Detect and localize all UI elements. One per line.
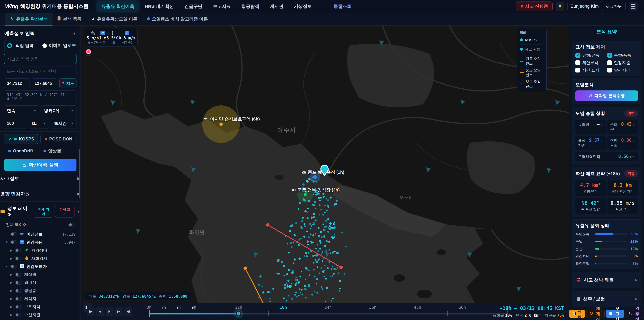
tab-유출유 확산분석[interactable]: 유출유 확산분석 bbox=[5, 13, 52, 25]
model-button-POSEIDON[interactable]: POSEIDON bbox=[40, 134, 76, 144]
tab-유출유확산모델 이론[interactable]: 유출유확산모델 이론 bbox=[86, 13, 142, 25]
caret-open-icon[interactable]: ▼ bbox=[5, 241, 8, 244]
layer-toggle[interactable] bbox=[15, 256, 22, 260]
layer-toggle[interactable] bbox=[15, 305, 22, 309]
layer-toggle[interactable] bbox=[15, 289, 22, 293]
caret-closed-icon[interactable]: ▶ bbox=[10, 305, 13, 308]
fast-forward-button[interactable] bbox=[115, 307, 123, 316]
vessel-spec-section[interactable]: 사고 선박 제원 ▶ bbox=[572, 272, 641, 288]
fence-deploy-marker-icon bbox=[162, 306, 166, 311]
weather-label: 풍속 (N) bbox=[88, 41, 98, 44]
checkbox-유향/유속[interactable]: ✓유향/유속 bbox=[576, 53, 606, 58]
weather-label: 해류 (N) bbox=[122, 41, 132, 44]
radio-직접 입력[interactable]: 직접 입력 bbox=[4, 40, 36, 51]
checkbox-날짜시간[interactable]: 날짜시간 bbox=[607, 68, 638, 73]
layer-toggle[interactable] bbox=[15, 273, 22, 276]
checkbox-시간 표시[interactable]: 시간 표시 bbox=[576, 68, 606, 73]
stat-풍화량: 풍화량0.43kl bbox=[608, 120, 638, 134]
checkbox-icon: ✓ bbox=[607, 53, 612, 58]
model-button-OpenDrift[interactable]: OpenDrift bbox=[4, 146, 37, 156]
layer-toggle[interactable] bbox=[15, 281, 22, 284]
checkbox-해안부착[interactable]: 해안부착 bbox=[576, 60, 606, 66]
step-back-button[interactable] bbox=[96, 307, 104, 316]
layer-row-사회경제: ▶$사회경제 bbox=[4, 254, 76, 262]
layer-toggle[interactable] bbox=[15, 313, 22, 317]
sidebar-scrollbar[interactable] bbox=[79, 26, 80, 320]
section-영향 민감자원[interactable]: 영향 민감자원▶ bbox=[0, 186, 81, 201]
caret-closed-icon[interactable]: ▶ bbox=[10, 273, 13, 276]
nav-item-게시판[interactable]: 게시판 bbox=[266, 1, 288, 12]
nav-item-유출유 확산예측[interactable]: 유출유 확산예측 bbox=[97, 1, 138, 12]
latitude-input[interactable] bbox=[4, 78, 30, 88]
recenter-target-button[interactable] bbox=[85, 48, 92, 56]
layers-all-off-button[interactable]: 전체 끄기 bbox=[55, 206, 74, 217]
tab-오일펜스 배치 알고리즘 이론[interactable]: 오일펜스 배치 알고리즘 이론 bbox=[142, 13, 213, 25]
incident-list-select[interactable] bbox=[4, 66, 76, 76]
checkbox-민감자원[interactable]: 민감자원 bbox=[607, 60, 638, 66]
oil-type-select[interactable]: 벙커C유▼ bbox=[41, 105, 76, 116]
layer-toggle[interactable] bbox=[15, 248, 22, 252]
play-button[interactable] bbox=[106, 307, 114, 316]
logout-button[interactable]: 로그아웃 bbox=[602, 2, 626, 11]
layer-row-보호지역: ▶보호지역 bbox=[4, 303, 76, 311]
bar-해안도달: 해안도달3% bbox=[576, 261, 638, 266]
caret-closed-icon[interactable]: ▶ bbox=[10, 281, 13, 284]
clipboard-icon bbox=[57, 16, 61, 22]
nav-item-기상정보[interactable]: 기상정보 bbox=[290, 1, 316, 12]
caret-open-icon[interactable]: ▼ bbox=[5, 265, 8, 268]
tab-분석 목록[interactable]: 분석 목록 bbox=[52, 13, 86, 25]
incident-status-badge[interactable]: 사고 진행중 bbox=[516, 2, 552, 11]
master-layer-toggle[interactable] bbox=[68, 223, 76, 227]
model-button-KOSPS[interactable]: ✓KOSPS bbox=[4, 134, 38, 144]
amount-input[interactable] bbox=[4, 118, 27, 129]
run-prediction-button[interactable]: 확산예측 실행 bbox=[4, 159, 76, 171]
spill-type-select[interactable]: 연속▼ bbox=[4, 105, 39, 116]
nav-item-항공탐색[interactable]: 항공탐색 bbox=[237, 1, 264, 12]
재계산-button[interactable]: 재계산 bbox=[586, 309, 605, 318]
radio-이미지 업로드[interactable]: 이미지 업로드 bbox=[42, 43, 76, 49]
보고서-button[interactable]: 보고서 bbox=[606, 309, 624, 318]
역추적-button[interactable]: 역추적 bbox=[626, 309, 644, 318]
fence-deploy-marker-icon bbox=[178, 306, 180, 311]
nav-item-HNS·대기확산[interactable]: HNS·대기확산 bbox=[141, 1, 178, 12]
caret-closed-icon[interactable]: ▶ bbox=[10, 249, 13, 252]
layer-toggle[interactable] bbox=[10, 240, 18, 244]
저장-button[interactable]: 저장 bbox=[569, 309, 585, 318]
menu-button[interactable] bbox=[628, 2, 638, 11]
caret-closed-icon[interactable]: ▶ bbox=[10, 297, 13, 300]
layer-toggle[interactable] bbox=[10, 232, 18, 236]
nav-item-보고자료[interactable]: 보고자료 bbox=[209, 1, 235, 12]
polygon-analysis-button[interactable]: 다각형 분석수행 bbox=[576, 91, 638, 101]
checkbox-풍향/풍속[interactable]: ✓풍향/풍속 bbox=[607, 53, 638, 58]
incident-pin[interactable] bbox=[320, 165, 329, 177]
polygon-ruler-icon bbox=[588, 94, 592, 98]
bar-label: 증발 bbox=[576, 239, 593, 244]
map-canvas[interactable]: 여수시화양면우두리여자만 습지보호구역 (6h)종포 해수욕장 (1h)국동 전… bbox=[81, 26, 569, 303]
caret-closed-icon[interactable]: ▶ bbox=[10, 257, 13, 260]
layer-toggle[interactable] bbox=[15, 297, 22, 301]
skip-start-button[interactable] bbox=[87, 307, 95, 316]
caret-closed-icon[interactable]: ▶ bbox=[10, 313, 13, 317]
header-divider bbox=[567, 3, 568, 10]
nav-item-긴급구난[interactable]: 긴급구난 bbox=[180, 1, 206, 12]
map-pick-button[interactable]: 지도 bbox=[59, 78, 76, 88]
nav-item-통합조회[interactable]: 통합조회 bbox=[330, 1, 356, 12]
owner-insurance-section[interactable]: 선주 / 보험 ▶ bbox=[572, 291, 641, 307]
longitude-input[interactable] bbox=[32, 78, 57, 88]
layers-all-on-button[interactable]: 전체 켜기 bbox=[34, 206, 53, 217]
layer-toggle[interactable] bbox=[10, 265, 18, 268]
caret-closed-icon[interactable]: ▶ bbox=[10, 289, 13, 292]
bar-label: 수면잔류 bbox=[576, 232, 593, 236]
duration-select[interactable]: 48시간▼ bbox=[51, 118, 76, 129]
weather-value: 0.3 m/s bbox=[118, 36, 136, 41]
model-button-앙상블[interactable]: 앙상블 bbox=[39, 146, 66, 156]
collapse-caret-icon[interactable]: ▼ bbox=[72, 31, 76, 36]
model-label: OpenDrift bbox=[13, 148, 33, 154]
notifications-button[interactable] bbox=[556, 2, 564, 11]
radio-circle-icon bbox=[42, 44, 47, 48]
unit-select[interactable]: kL▼ bbox=[29, 118, 49, 129]
section-사고정보[interactable]: 사고정보▶ bbox=[0, 171, 81, 186]
tile-확산 속도: 0.35 m/s확산 속도 bbox=[608, 198, 638, 214]
incident-name-input[interactable] bbox=[4, 54, 76, 64]
skip-end-button[interactable] bbox=[124, 307, 132, 316]
